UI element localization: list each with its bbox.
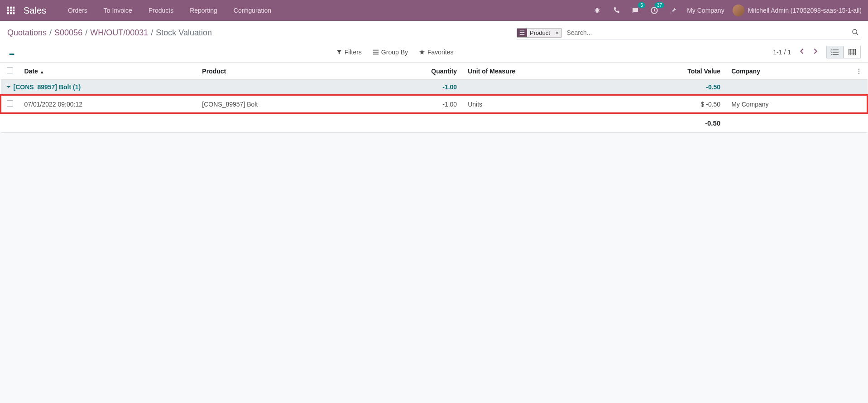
cell-quantity: -1.00 — [368, 95, 462, 113]
filters-button[interactable]: Filters — [336, 49, 362, 56]
nav-products[interactable]: Products — [140, 7, 182, 14]
pager[interactable]: 1-1 / 1 — [773, 49, 791, 56]
svg-rect-0 — [7, 7, 9, 9]
col-date[interactable]: Date▲ — [19, 63, 197, 80]
svg-rect-16 — [373, 52, 379, 53]
facet-remove[interactable]: × — [553, 29, 562, 37]
apps-icon[interactable] — [6, 6, 15, 15]
svg-rect-15 — [373, 50, 379, 51]
total-row: -0.50 — [1, 113, 868, 133]
col-product[interactable]: Product — [197, 63, 368, 80]
caret-down-icon — [6, 85, 11, 89]
company-selector[interactable]: My Company — [687, 7, 724, 14]
svg-rect-1 — [10, 7, 12, 9]
export-button[interactable] — [7, 48, 16, 57]
facet-label: Product — [527, 29, 553, 37]
svg-rect-6 — [7, 12, 9, 14]
footer-total: -0.50 — [1, 113, 726, 133]
messages-badge: 6 — [638, 2, 645, 8]
breadcrumb-sep: / — [49, 28, 52, 38]
svg-rect-4 — [10, 10, 12, 11]
list-view: Date▲ Product Quantity Unit of Measure T… — [0, 63, 868, 133]
funnel-icon — [336, 49, 342, 55]
col-quantity[interactable]: Quantity — [368, 63, 462, 80]
group-by-icon — [517, 29, 527, 37]
phone-icon[interactable] — [611, 5, 622, 16]
pivot-view-icon — [849, 49, 856, 55]
svg-rect-12 — [520, 34, 525, 35]
cell-company: My Company — [726, 95, 850, 113]
breadcrumb: Quotations / S00056 / WH/OUT/00031 / Sto… — [7, 28, 212, 38]
svg-rect-21 — [833, 52, 839, 53]
svg-rect-23 — [833, 54, 839, 55]
user-name: Mitchell Admin (17052098-saas-15-1-all) — [748, 7, 862, 14]
list-icon — [373, 49, 379, 55]
breadcrumb-order[interactable]: S00056 — [54, 28, 82, 38]
group-row[interactable]: [CONS_89957] Bolt (1) -1.00 -0.50 — [1, 80, 868, 95]
select-all-checkbox[interactable] — [7, 67, 13, 73]
tools-icon[interactable] — [668, 5, 679, 16]
svg-point-13 — [853, 29, 857, 34]
pager-next[interactable] — [811, 47, 820, 57]
avatar — [733, 5, 744, 16]
pivot-view-button[interactable] — [844, 46, 861, 58]
optional-columns[interactable]: ⋮ — [850, 63, 868, 80]
favorites-button[interactable]: Favorites — [419, 49, 454, 56]
svg-rect-20 — [831, 52, 832, 53]
row-checkbox[interactable] — [7, 100, 13, 107]
nav-reporting[interactable]: Reporting — [182, 7, 225, 14]
svg-rect-8 — [13, 12, 14, 14]
search-box[interactable]: Product × — [517, 26, 861, 39]
table-row[interactable]: 07/01/2022 09:00:12 [CONS_89957] Bolt -1… — [1, 95, 868, 113]
svg-rect-7 — [10, 12, 12, 14]
svg-line-14 — [856, 33, 858, 35]
list-view-button[interactable] — [826, 46, 844, 58]
cell-product: [CONS_89957] Bolt — [197, 95, 368, 113]
svg-rect-17 — [373, 54, 379, 55]
activities-icon[interactable]: 37 — [649, 5, 660, 16]
pager-prev[interactable] — [797, 47, 806, 57]
breadcrumb-quotations[interactable]: Quotations — [7, 28, 47, 38]
list-view-icon — [831, 49, 839, 55]
svg-rect-3 — [7, 10, 9, 11]
group-by-button[interactable]: Group By — [373, 49, 408, 56]
cell-date: 07/01/2022 09:00:12 — [19, 95, 197, 113]
bug-icon[interactable] — [592, 5, 603, 16]
svg-rect-10 — [520, 31, 525, 32]
activities-badge: 37 — [655, 2, 664, 8]
group-total-value: -0.50 — [613, 80, 726, 95]
sort-asc-icon: ▲ — [40, 69, 44, 74]
breadcrumb-current: Stock Valuation — [156, 28, 212, 38]
messages-icon[interactable]: 6 — [630, 5, 641, 16]
col-total-value[interactable]: Total Value — [613, 63, 726, 80]
nav-configuration[interactable]: Configuration — [225, 7, 279, 14]
col-company[interactable]: Company — [726, 63, 850, 80]
group-label: [CONS_89957] Bolt (1) — [14, 83, 81, 91]
filters-label: Filters — [345, 49, 362, 56]
svg-rect-18 — [831, 49, 832, 50]
cell-uom: Units — [462, 95, 613, 113]
cell-total-value: $ -0.50 — [613, 95, 726, 113]
breadcrumb-transfer[interactable]: WH/OUT/00031 — [90, 28, 148, 38]
group-quantity: -1.00 — [368, 80, 462, 95]
svg-rect-2 — [13, 7, 14, 9]
breadcrumb-sep: / — [85, 28, 87, 38]
svg-rect-24 — [849, 49, 855, 55]
favorites-label: Favorites — [427, 49, 454, 56]
nav-to-invoice[interactable]: To Invoice — [96, 7, 140, 14]
star-icon — [419, 49, 425, 55]
user-menu[interactable]: Mitchell Admin (17052098-saas-15-1-all) — [733, 5, 862, 16]
nav-orders[interactable]: Orders — [60, 7, 96, 14]
svg-rect-19 — [833, 49, 839, 50]
search-icon[interactable] — [850, 29, 861, 37]
col-uom[interactable]: Unit of Measure — [462, 63, 613, 80]
breadcrumb-sep: / — [151, 28, 153, 38]
svg-rect-5 — [13, 10, 14, 11]
group-by-label: Group By — [381, 49, 408, 56]
control-panel: Quotations / S00056 / WH/OUT/00031 / Sto… — [0, 21, 868, 63]
main-navbar: Sales Orders To Invoice Products Reporti… — [0, 0, 868, 21]
svg-rect-11 — [520, 32, 525, 33]
app-title[interactable]: Sales — [24, 5, 46, 16]
search-input[interactable] — [565, 27, 850, 38]
svg-rect-22 — [831, 54, 832, 55]
